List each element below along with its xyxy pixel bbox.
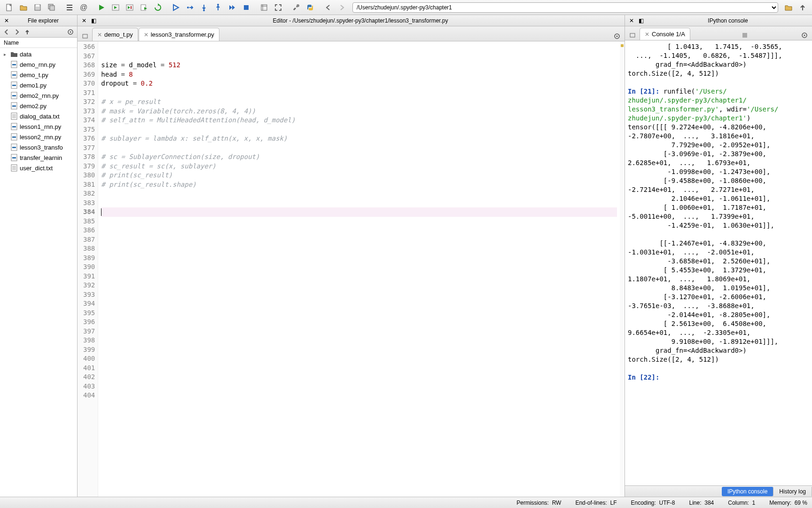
file-row[interactable]: demo_rnn.py [0,59,77,70]
step-icon[interactable] [183,1,196,14]
svg-point-14 [217,4,219,6]
file-name: lesson2_rnn.py [20,134,61,141]
save-icon[interactable] [31,1,44,14]
editor-options-icon[interactable] [612,32,622,41]
forward-icon[interactable] [336,1,349,14]
file-explorer-pane: ✕ File explorer Name ▸datademo_rnn.pydem… [0,15,78,497]
console-tab[interactable]: ✕ Console 1/A [640,28,690,40]
indicator-strip [620,41,625,497]
working-dir-selector[interactable]: /Users/zhudejun/.spyder-py3/chapter1 [352,2,778,13]
parent-dir-icon[interactable] [796,1,809,14]
py-icon [10,143,18,151]
console-options-icon[interactable] [800,31,809,40]
file-row[interactable]: ▸data [0,49,77,59]
preferences-icon[interactable] [289,1,303,14]
console-output[interactable]: [ 1.0413, 1.7415, -0.3565, ..., -1.1405,… [625,40,812,485]
py-icon [10,123,18,130]
footer-tab-ipython[interactable]: IPython console [722,487,773,496]
run-cell-icon[interactable] [109,1,122,14]
close-pane-icon[interactable]: ✕ [2,16,11,25]
editor-tabstrip: ✕demo_t.py✕lesson3_transformer.py [78,26,625,41]
file-row[interactable]: demo1.py [0,80,77,90]
explorer-options-icon[interactable] [66,28,75,36]
svg-point-50 [617,36,618,37]
editor-tab[interactable]: ✕lesson3_transformer.py [139,28,219,41]
step-into-icon[interactable] [197,1,211,14]
console-pane: ✕ ◧ IPython console ✕ Console 1/A [ 1.04… [625,15,812,497]
file-row[interactable]: user_dict.txt [0,163,77,173]
status-memory: Memory: 69 % [769,500,807,506]
undock-editor-icon[interactable]: ◧ [89,16,98,25]
svg-rect-10 [131,6,132,9]
svg-rect-52 [742,33,747,38]
nav-up-icon[interactable] [23,28,32,36]
python-path-icon[interactable] [304,1,317,14]
svg-rect-31 [12,105,16,107]
code-editor[interactable]: 3663673683693703713723733743753763773783… [78,41,625,497]
maximize-icon[interactable] [272,1,285,14]
file-name: demo1.py [20,82,47,89]
console-stop-icon[interactable] [740,31,750,40]
file-explorer-column-name[interactable]: Name [0,38,77,48]
svg-point-12 [187,7,189,8]
close-console-pane-icon[interactable]: ✕ [627,16,636,25]
close-editor-pane-icon[interactable]: ✕ [80,16,88,25]
file-row[interactable]: transfer_learnin [0,152,77,163]
file-explorer-title: File explorer [11,17,75,24]
status-line: Line: 384 [689,500,714,506]
svg-rect-23 [12,64,16,65]
working-dir-input[interactable]: /Users/zhudejun/.spyder-py3/chapter1 [352,2,778,13]
folder-icon [10,50,18,58]
py-icon [10,81,18,89]
file-name: demo2_rnn.py [20,92,59,99]
svg-rect-25 [12,74,16,76]
back-icon[interactable] [321,1,335,14]
open-file-icon[interactable] [17,1,30,14]
step-out-icon[interactable] [211,1,225,14]
rerun-icon[interactable] [151,1,164,14]
stop-debug-icon[interactable] [240,1,253,14]
continue-icon[interactable] [226,1,239,14]
nav-back-icon[interactable] [2,28,11,36]
new-file-icon[interactable] [3,1,16,14]
close-tab-icon[interactable]: ✕ [645,31,649,38]
file-row[interactable]: demo_t.py [0,70,77,80]
run-icon[interactable] [95,1,108,14]
svg-rect-41 [12,147,16,148]
console-tab-label: Console 1/A [652,31,685,38]
file-tree[interactable]: ▸datademo_rnn.pydemo_t.pydemo1.pydemo2_r… [0,48,77,497]
warning-indicator[interactable] [621,44,624,47]
console-tab-list-icon[interactable] [628,31,637,40]
py-icon [10,154,18,161]
file-row[interactable]: dialog_data.txt [0,111,77,121]
main-toolbar: @ /Users/zhudejun/.spyder-py3/chapter1 [0,0,812,15]
editor-tab[interactable]: ✕demo_t.py [92,28,138,41]
svg-rect-15 [244,5,249,10]
undock-console-icon[interactable]: ◧ [637,16,645,25]
nav-forward-icon[interactable] [12,28,22,36]
tab-list-icon[interactable] [80,32,90,41]
svg-rect-27 [12,85,16,86]
status-encoding: Encoding: UTF-8 [631,500,675,506]
save-all-icon[interactable] [45,1,58,14]
svg-rect-16 [261,5,267,10]
at-icon[interactable]: @ [77,1,90,14]
outline-icon[interactable] [63,1,76,14]
file-row[interactable]: lesson1_rnn.py [0,121,77,132]
run-cell-advance-icon[interactable] [123,1,136,14]
file-name: lesson1_rnn.py [20,123,61,130]
py-icon [10,133,18,141]
run-selection-icon[interactable] [137,1,150,14]
debug-icon[interactable] [169,1,182,14]
footer-tab-history[interactable]: History log [773,487,812,496]
cursor-icon[interactable] [258,1,271,14]
browse-dir-icon[interactable] [782,1,795,14]
file-row[interactable]: demo2_rnn.py [0,90,77,101]
file-row[interactable]: lesson3_transfo [0,142,77,152]
status-bar: Permissions: RW End-of-lines: LF Encodin… [0,497,812,508]
file-row[interactable]: demo2.py [0,101,77,111]
file-row[interactable]: lesson2_rnn.py [0,132,77,142]
close-tab-icon[interactable]: ✕ [97,32,102,38]
status-eol: End-of-lines: LF [575,500,617,506]
close-tab-icon[interactable]: ✕ [144,32,148,38]
